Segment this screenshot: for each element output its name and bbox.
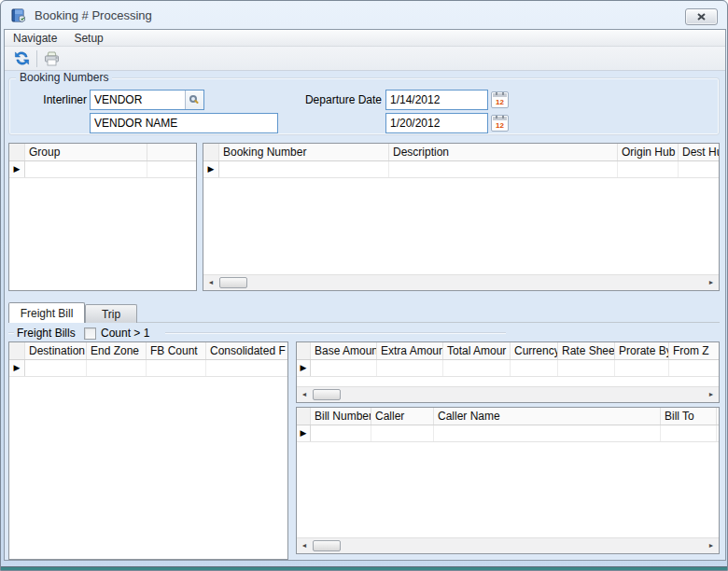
column-header[interactable]: Rate Sheet — [558, 342, 615, 360]
column-header[interactable]: Total Amour — [443, 342, 511, 360]
column-header[interactable]: Destination — [25, 342, 87, 360]
grid-cell[interactable] — [443, 360, 511, 377]
scroll-left-button[interactable]: ◄ — [297, 387, 312, 402]
grid-cell[interactable] — [147, 360, 206, 377]
departure-to-input[interactable] — [385, 113, 488, 133]
column-header[interactable]: Base Amoun — [311, 342, 377, 360]
grid-cell[interactable] — [311, 425, 371, 442]
scroll-right-button[interactable]: ► — [704, 538, 719, 553]
destination-grid[interactable]: DestinationEnd ZoneFB CountConsolidated … — [8, 341, 288, 560]
client-area: Navigate Setup — [4, 29, 726, 561]
column-header[interactable]: Caller — [371, 408, 434, 425]
grid-cell[interactable] — [371, 425, 434, 442]
row-pointer-icon: ▶ — [9, 360, 25, 377]
scrollbar-thumb[interactable] — [313, 540, 341, 551]
column-header[interactable]: Description — [389, 144, 618, 161]
grid-cell[interactable] — [389, 161, 618, 178]
row-selector-header — [297, 408, 311, 425]
grid-cell[interactable] — [511, 360, 558, 377]
close-button[interactable] — [685, 8, 718, 25]
grid-cell[interactable] — [669, 360, 719, 377]
column-header[interactable]: Extra Amoun — [377, 342, 443, 360]
column-header[interactable]: Caller Name — [434, 408, 661, 425]
column-header[interactable]: Prorate By — [615, 342, 669, 360]
titlebar[interactable]: Booking # Processing — [1, 1, 727, 29]
departure-from-input[interactable] — [385, 90, 488, 110]
amounts-grid[interactable]: Base AmounExtra AmounTotal AmourCurrency… — [296, 341, 720, 403]
count-filter-label[interactable]: Count > 1 — [101, 327, 149, 341]
row-pointer-icon: ▶ — [9, 161, 25, 178]
grid-cell[interactable] — [558, 360, 615, 377]
column-header[interactable]: From Z — [669, 342, 719, 360]
grid-header-row: Group — [9, 144, 196, 161]
grid-new-row[interactable]: ▶ — [297, 425, 719, 442]
column-header[interactable]: Consolidated F — [206, 342, 287, 360]
grid-new-row[interactable]: ▶ — [297, 360, 719, 377]
print-button[interactable] — [41, 49, 63, 69]
column-header[interactable]: Currency — [511, 342, 558, 360]
column-header[interactable]: End Zone — [87, 342, 147, 360]
row-pointer-icon: ▶ — [203, 161, 219, 178]
scroll-left-button[interactable]: ◄ — [203, 275, 218, 290]
booking-grid[interactable]: Booking NumberDescriptionOrigin HubDest … — [203, 143, 720, 291]
booking-grid-hscrollbar[interactable]: ◄ ► — [203, 274, 719, 290]
grid-new-row[interactable]: ▶ — [9, 360, 287, 377]
row-selector-header — [9, 342, 25, 360]
search-icon — [189, 95, 197, 103]
scroll-right-button[interactable]: ► — [704, 275, 719, 290]
grid-cell[interactable] — [25, 161, 147, 178]
row-selector-header — [9, 144, 25, 161]
column-header[interactable]: Group — [25, 144, 147, 161]
count-filter-checkbox[interactable] — [84, 327, 96, 340]
window-title: Booking # Processing — [35, 8, 152, 22]
row-pointer-icon: ▶ — [297, 425, 311, 442]
departure-date-label: Departure Date — [285, 93, 382, 107]
interliner-label: Interliner — [8, 93, 87, 107]
grid-cell[interactable] — [377, 360, 443, 377]
grid-cell[interactable] — [87, 360, 147, 377]
column-header[interactable]: Origin Hub — [618, 144, 679, 161]
menu-setup[interactable]: Setup — [65, 30, 111, 47]
column-header[interactable]: FB Count — [147, 342, 206, 360]
row-pointer-icon: ▶ — [297, 360, 311, 377]
grid-new-row[interactable]: ▶ — [9, 161, 196, 178]
group-grid[interactable]: Group▶ — [8, 143, 197, 291]
app-window: Booking # Processing Navigate Setup — [0, 0, 728, 571]
menu-bar: Navigate Setup — [5, 30, 725, 47]
column-header[interactable]: Bill Number — [311, 408, 371, 425]
toolbar — [5, 47, 725, 71]
grid-new-row[interactable]: ▶ — [203, 161, 719, 178]
interliner-name-input[interactable] — [90, 113, 278, 133]
grid-cell[interactable] — [618, 161, 679, 178]
tab-trip[interactable]: Trip — [85, 304, 137, 323]
tab-freight-bill[interactable]: Freight Bill — [8, 302, 85, 323]
column-header[interactable]: Dest Hub — [679, 144, 719, 161]
toolbar-separator — [36, 50, 37, 67]
grid-cell[interactable] — [206, 360, 287, 377]
grid-cell[interactable] — [615, 360, 669, 377]
column-header[interactable]: Bill To — [661, 408, 717, 425]
grid-cell[interactable] — [311, 360, 377, 377]
refresh-button[interactable] — [10, 49, 33, 69]
scrollbar-thumb[interactable] — [313, 389, 341, 400]
bills-grid[interactable]: Bill NumberCallerCaller NameBill To▶ ◄ ► — [296, 407, 720, 554]
amounts-grid-hscrollbar[interactable]: ◄ ► — [297, 386, 719, 402]
grid-cell[interactable] — [219, 161, 389, 178]
grid-cell[interactable] — [434, 425, 661, 442]
interliner-lookup-button[interactable] — [185, 91, 203, 109]
bills-grid-hscrollbar[interactable]: ◄ ► — [297, 537, 719, 553]
grid-cell[interactable] — [661, 425, 717, 442]
scroll-left-button[interactable]: ◄ — [297, 538, 312, 553]
grid-header-row: Base AmounExtra AmounTotal AmourCurrency… — [297, 342, 719, 360]
menu-navigate[interactable]: Navigate — [5, 30, 65, 47]
grid-cell[interactable] — [25, 360, 87, 377]
scrollbar-thumb[interactable] — [219, 277, 247, 288]
grid-cell[interactable] — [679, 161, 719, 178]
column-header[interactable]: Booking Number — [219, 144, 389, 161]
departure-from-calendar-button[interactable]: 12 — [491, 91, 509, 108]
grid-header-row: Booking NumberDescriptionOrigin HubDest … — [203, 144, 719, 161]
close-icon — [697, 13, 706, 21]
departure-to-calendar-button[interactable]: 12 — [491, 115, 509, 132]
scroll-right-button[interactable]: ► — [704, 387, 719, 402]
print-icon — [44, 51, 61, 66]
